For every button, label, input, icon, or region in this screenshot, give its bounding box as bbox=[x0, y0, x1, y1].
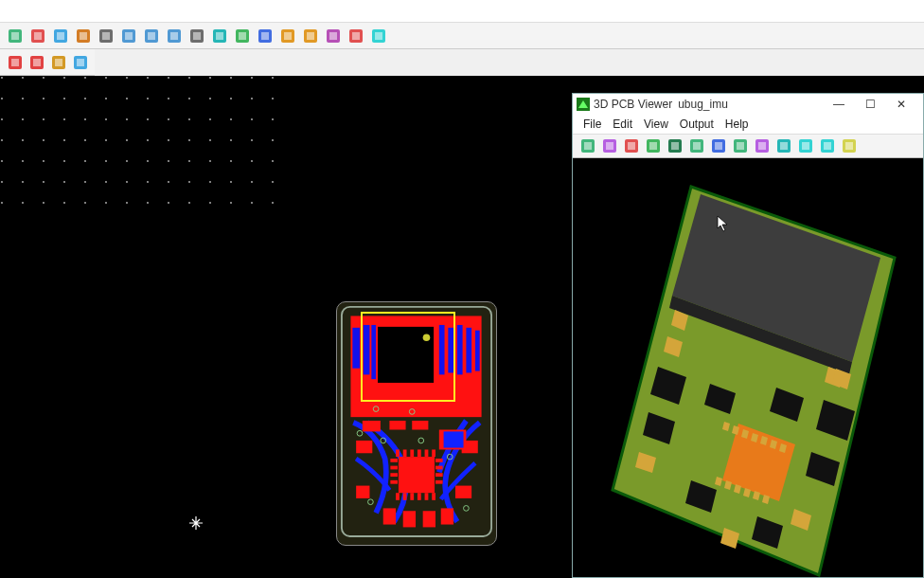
svg-rect-101 bbox=[584, 142, 592, 150]
3d-board-render bbox=[573, 158, 923, 577]
svg-rect-66 bbox=[363, 421, 381, 431]
menu-edit[interactable]: Edit bbox=[608, 116, 637, 133]
globe-icon[interactable] bbox=[687, 136, 706, 155]
rotate-ccw-icon[interactable] bbox=[346, 27, 365, 45]
zoom-icon[interactable] bbox=[187, 27, 206, 45]
svg-rect-69 bbox=[455, 486, 471, 498]
maximize-button[interactable]: ☐ bbox=[860, 98, 881, 111]
svg-rect-113 bbox=[715, 142, 722, 150]
globe-blue-icon[interactable] bbox=[709, 136, 728, 155]
svg-rect-103 bbox=[606, 142, 613, 150]
select-arrow[interactable] bbox=[278, 27, 297, 45]
layer-blue[interactable] bbox=[256, 27, 275, 45]
svg-rect-7 bbox=[80, 32, 87, 40]
red-tool[interactable] bbox=[6, 53, 24, 72]
svg-rect-23 bbox=[261, 32, 269, 40]
horiz-icon[interactable] bbox=[51, 27, 70, 45]
red-3d-icon[interactable] bbox=[622, 136, 641, 155]
svg-rect-31 bbox=[352, 32, 360, 40]
svg-rect-123 bbox=[824, 142, 831, 150]
layer-teal[interactable] bbox=[210, 27, 229, 45]
purple-cut-icon[interactable] bbox=[753, 136, 772, 155]
highlight-icon[interactable] bbox=[301, 27, 320, 45]
menu-view[interactable]: View bbox=[639, 116, 673, 133]
aqua-cut-icon[interactable] bbox=[818, 136, 837, 155]
svg-point-95 bbox=[368, 499, 374, 505]
3d-viewer-filename: ubug_imu bbox=[678, 98, 728, 111]
dark-green-icon[interactable] bbox=[666, 136, 684, 155]
svg-rect-105 bbox=[628, 142, 635, 150]
green-3d-icon[interactable] bbox=[644, 136, 663, 155]
ruler-icon[interactable] bbox=[49, 53, 67, 72]
svg-rect-58 bbox=[356, 441, 372, 453]
svg-rect-41 bbox=[77, 59, 84, 66]
svg-rect-76 bbox=[396, 493, 400, 500]
svg-rect-107 bbox=[649, 142, 657, 150]
sync-icon[interactable] bbox=[119, 27, 138, 45]
svg-rect-64 bbox=[423, 511, 435, 527]
svg-rect-5 bbox=[57, 32, 64, 40]
menu-help[interactable]: Help bbox=[720, 116, 754, 133]
3d-viewer-title: 3D PCB Viewer bbox=[594, 98, 672, 111]
svg-rect-1 bbox=[11, 32, 19, 40]
svg-rect-80 bbox=[425, 493, 429, 500]
redo-icon[interactable] bbox=[165, 27, 184, 45]
teal-cut-icon[interactable] bbox=[774, 136, 793, 155]
purple-icon[interactable] bbox=[600, 136, 619, 155]
aqua-icon[interactable] bbox=[796, 136, 815, 155]
undo-icon[interactable] bbox=[142, 27, 161, 45]
svg-rect-88 bbox=[435, 473, 443, 477]
svg-rect-48 bbox=[352, 328, 360, 369]
minimize-button[interactable]: — bbox=[827, 98, 850, 111]
menu-output[interactable]: Output bbox=[675, 116, 719, 133]
teal-box[interactable] bbox=[369, 27, 388, 45]
pcb-board-2d[interactable] bbox=[336, 301, 497, 546]
svg-rect-53 bbox=[457, 325, 463, 374]
svg-rect-71 bbox=[403, 449, 407, 457]
dot-icon[interactable] bbox=[97, 27, 116, 45]
svg-rect-74 bbox=[425, 449, 429, 457]
svg-rect-11 bbox=[125, 32, 133, 40]
selection-rectangle[interactable] bbox=[361, 312, 455, 402]
svg-rect-81 bbox=[432, 493, 435, 500]
svg-rect-33 bbox=[375, 32, 382, 40]
layer-green[interactable] bbox=[233, 27, 252, 45]
list-icon[interactable] bbox=[71, 53, 89, 72]
svg-rect-67 bbox=[389, 421, 405, 430]
3d-viewport[interactable] bbox=[573, 158, 923, 577]
svg-rect-15 bbox=[170, 32, 178, 40]
svg-rect-35 bbox=[11, 59, 19, 66]
svg-rect-86 bbox=[435, 459, 443, 462]
svg-rect-82 bbox=[390, 459, 398, 462]
svg-rect-62 bbox=[383, 508, 396, 524]
mouse-cursor-icon bbox=[717, 215, 730, 232]
svg-rect-109 bbox=[671, 142, 679, 150]
svg-rect-25 bbox=[284, 32, 292, 40]
red-tool-2[interactable] bbox=[27, 53, 45, 72]
3d-app-icon bbox=[577, 98, 590, 111]
svg-point-91 bbox=[357, 430, 363, 436]
svg-rect-87 bbox=[435, 466, 443, 470]
svg-rect-78 bbox=[410, 493, 414, 500]
legend-icon[interactable] bbox=[74, 27, 93, 45]
grid-red[interactable] bbox=[28, 27, 47, 45]
close-button[interactable]: ✕ bbox=[891, 98, 912, 111]
svg-rect-68 bbox=[412, 421, 428, 430]
svg-rect-27 bbox=[307, 32, 314, 40]
help-icon[interactable] bbox=[840, 136, 859, 155]
main-titlebar-remnant bbox=[0, 0, 924, 23]
svg-rect-65 bbox=[441, 508, 453, 524]
grid-dots bbox=[0, 76, 284, 218]
3d-viewer-titlebar[interactable]: 3D PCB Viewer ubug_imu — ☐ ✕ bbox=[573, 94, 923, 115]
svg-rect-19 bbox=[216, 32, 223, 40]
menu-file[interactable]: File bbox=[578, 116, 606, 133]
svg-rect-121 bbox=[802, 142, 809, 150]
svg-rect-54 bbox=[466, 328, 471, 373]
globe-green-icon[interactable] bbox=[731, 136, 750, 155]
grid-blue[interactable] bbox=[6, 27, 25, 45]
svg-rect-79 bbox=[418, 493, 421, 500]
svg-rect-3 bbox=[34, 32, 42, 40]
layers-icon[interactable] bbox=[578, 136, 597, 155]
rotate-icon[interactable] bbox=[324, 27, 343, 45]
3d-viewer-window[interactable]: 3D PCB Viewer ubug_imu — ☐ ✕ FileEditVie… bbox=[572, 93, 924, 578]
